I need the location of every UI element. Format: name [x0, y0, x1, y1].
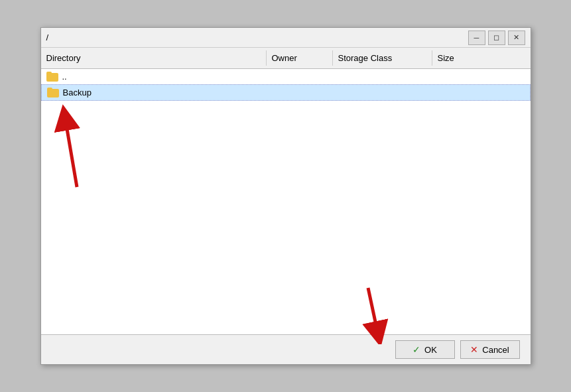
svg-line-1 [65, 117, 77, 187]
close-icon: ✕ [513, 33, 519, 42]
ok-label: OK [424, 345, 437, 355]
table-header: Directory Owner Storage Class Size [41, 48, 531, 69]
maximize-icon: ◻ [493, 33, 499, 42]
col-owner: Owner [267, 50, 333, 66]
window-controls: ─ ◻ ✕ [468, 31, 525, 45]
window-title: / [46, 33, 49, 42]
col-storage-class: Storage Class [333, 50, 432, 66]
check-icon: ✓ [412, 344, 420, 355]
file-storage-cell [334, 92, 433, 94]
file-list[interactable]: .. Backup [41, 69, 531, 334]
table-row-backup[interactable]: Backup [41, 84, 531, 101]
file-size-cell [432, 76, 499, 78]
cancel-label: Cancel [482, 345, 509, 355]
col-size: Size [432, 50, 499, 66]
col-directory: Directory [41, 50, 267, 66]
minimize-icon: ─ [474, 34, 479, 42]
close-button[interactable]: ✕ [508, 31, 525, 45]
file-name: .. [62, 72, 67, 82]
ok-button[interactable]: ✓ OK [395, 340, 455, 359]
maximize-button[interactable]: ◻ [488, 31, 505, 45]
file-storage-cell [333, 76, 432, 78]
file-name-cell: Backup [42, 86, 267, 99]
folder-icon [47, 88, 59, 98]
cancel-button[interactable]: ✕ Cancel [460, 340, 520, 359]
title-bar: / ─ ◻ ✕ [41, 28, 531, 48]
folder-icon [46, 72, 58, 82]
file-size-cell [433, 92, 499, 94]
table-row[interactable]: .. [41, 69, 531, 84]
button-bar: ✓ OK ✕ Cancel [41, 334, 531, 364]
file-owner-cell [267, 76, 333, 78]
file-name: Backup [63, 88, 92, 98]
minimize-button[interactable]: ─ [468, 31, 485, 45]
dialog-window: / ─ ◻ ✕ Directory Owner Storage Class Si… [40, 27, 531, 365]
file-name-cell: .. [41, 70, 267, 83]
file-owner-cell [267, 92, 334, 94]
x-icon: ✕ [470, 344, 478, 355]
